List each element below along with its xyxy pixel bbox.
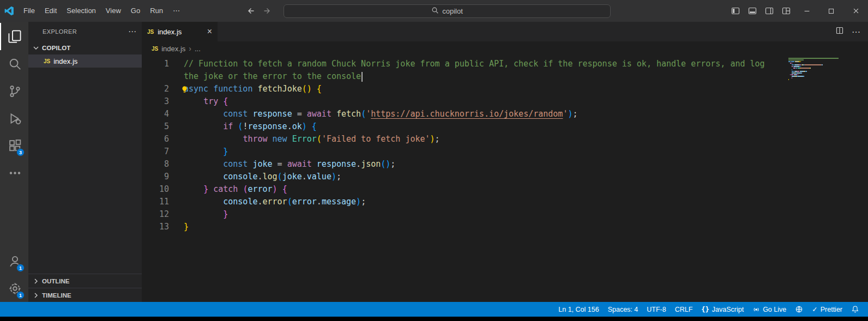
code-line[interactable]: 13}	[142, 221, 868, 233]
code-lines[interactable]: 1// Function to fetch a random Chuck Nor…	[142, 58, 868, 233]
code-line[interactable]: 2async function fetchJoke() {	[142, 83, 868, 95]
split-editor-icon[interactable]	[835, 26, 844, 37]
tab-indexjs[interactable]: JS index.js ×	[142, 22, 218, 41]
chevron-right-icon	[32, 277, 40, 286]
encoding-setting[interactable]: UTF-8	[642, 302, 670, 317]
more-views-icon[interactable]	[0, 159, 28, 186]
extensions-icon[interactable]: 3	[0, 132, 28, 159]
line-text: console.log(joke.value);	[169, 171, 341, 183]
code-line[interactable]: 10 } catch (error) {	[142, 183, 868, 196]
code-line[interactable]: 5 if (!response.ok) {	[142, 120, 868, 133]
forward-arrow-icon[interactable]	[263, 7, 272, 15]
editor-actions: ⋯	[835, 22, 868, 41]
code-token: .	[317, 197, 322, 207]
menu-more[interactable]: ⋯	[168, 4, 185, 18]
code-token	[208, 184, 213, 194]
line-text: }	[169, 221, 189, 233]
source-control-icon[interactable]	[0, 77, 28, 105]
breadcrumb-symbol[interactable]: ...	[195, 45, 201, 53]
code-token: ;	[361, 197, 366, 207]
js-file-icon: JS	[147, 29, 154, 35]
file-item-indexjs[interactable]: JS index.js	[28, 54, 142, 68]
code-token: value	[307, 172, 331, 181]
menu-run[interactable]: Run	[145, 4, 168, 18]
menu-selection[interactable]: Selection	[62, 4, 100, 18]
code-token: ok	[292, 122, 302, 131]
language-mode[interactable]: {} JavaScript	[697, 302, 748, 317]
explorer-icon[interactable]	[0, 23, 28, 50]
outline-pane-header[interactable]: OUTLINE	[28, 274, 142, 288]
code-line[interactable]: 3 try {	[142, 95, 868, 108]
code-line[interactable]: 4 const response = await fetch('https://…	[142, 108, 868, 120]
settings-gear-icon[interactable]: 1	[0, 275, 28, 302]
folder-section-copilot[interactable]: COPILOT	[28, 41, 142, 54]
minimize-button[interactable]	[794, 0, 819, 22]
line-number: 9	[142, 171, 169, 183]
code-token: message	[322, 197, 356, 207]
accounts-icon[interactable]: 1	[0, 247, 28, 275]
tab-close-icon[interactable]: ×	[207, 27, 212, 36]
toggle-secondary-sidebar-icon[interactable]	[761, 0, 777, 22]
minimap-line	[788, 74, 841, 75]
code-token	[184, 209, 223, 219]
code-token: }	[184, 222, 189, 232]
indentation-setting[interactable]: Spaces: 4	[604, 302, 643, 317]
line-number: 5	[142, 120, 169, 133]
code-line[interactable]: 12 }	[142, 208, 868, 221]
back-arrow-icon[interactable]	[246, 7, 255, 15]
code-line[interactable]: 11 console.error(error.message);	[142, 196, 868, 208]
editor-more-actions-icon[interactable]: ⋯	[852, 27, 860, 37]
line-number: 4	[142, 108, 169, 120]
close-window-button[interactable]	[843, 0, 868, 22]
notifications-bell-icon[interactable]	[847, 302, 864, 317]
line-text: if (!response.ok) {	[169, 120, 317, 133]
search-sidebar-icon[interactable]	[0, 50, 28, 77]
code-token: await	[307, 109, 331, 119]
line-text: try {	[169, 95, 228, 108]
menu-edit[interactable]: Edit	[40, 4, 62, 18]
code-token: joke	[252, 159, 272, 169]
tab-bar: JS index.js × ⋯	[142, 22, 868, 41]
code-token: function	[213, 84, 252, 94]
titlebar-right-controls	[727, 0, 868, 22]
timeline-pane-header[interactable]: TIMELINE	[28, 288, 142, 302]
code-token	[208, 84, 213, 94]
code-line[interactable]: the joke or the error to the console	[142, 70, 868, 83]
code-token: )	[302, 122, 307, 131]
code-token: }	[223, 209, 228, 219]
browser-preview-button[interactable]	[791, 302, 807, 317]
code-token: response	[317, 159, 356, 169]
maximize-button[interactable]	[819, 0, 843, 22]
menu-view[interactable]: View	[101, 4, 126, 18]
code-token: )	[356, 197, 361, 207]
run-debug-icon[interactable]	[0, 105, 28, 132]
code-token: throw	[243, 134, 267, 144]
minimap-line	[788, 76, 841, 77]
prettier-status[interactable]: ✓ Prettier	[807, 302, 847, 317]
cursor-position[interactable]: Ln 1, Col 156	[554, 302, 603, 317]
menu-go[interactable]: Go	[126, 4, 145, 18]
command-center-search[interactable]: copilot	[284, 4, 611, 18]
code-line[interactable]: 9 console.log(joke.value);	[142, 171, 868, 183]
code-line[interactable]: 6 throw new Error('Failed to fetch joke'…	[142, 133, 868, 146]
breadcrumb[interactable]: JS index.js › ...	[142, 41, 868, 56]
line-text: the joke or the error to the console	[169, 70, 363, 83]
toggle-sidebar-icon[interactable]	[727, 0, 744, 22]
code-line[interactable]: 7 }	[142, 146, 868, 158]
code-line[interactable]: 1// Function to fetch a random Chuck Nor…	[142, 58, 868, 70]
menu-file[interactable]: File	[19, 4, 40, 18]
customize-layout-icon[interactable]	[777, 0, 794, 22]
code-token: '	[366, 109, 371, 119]
breadcrumb-file[interactable]: index.js	[161, 45, 185, 53]
code-token: // Function to fetch a random Chuck Norr…	[184, 59, 765, 69]
minimap-line	[788, 64, 841, 65]
eol-setting[interactable]: CRLF	[671, 302, 697, 317]
toggle-panel-icon[interactable]	[744, 0, 761, 22]
code-line[interactable]: 8 const joke = await response.json();	[142, 158, 868, 171]
minimap[interactable]	[788, 58, 841, 302]
vscode-window: File Edit Selection View Go Run ⋯ copilo…	[0, 0, 868, 317]
code-action-lightbulb-icon[interactable]	[180, 85, 189, 98]
explorer-more-actions-icon[interactable]: ⋯	[128, 27, 136, 37]
code-token	[312, 159, 317, 169]
go-live-button[interactable]: Go Live	[748, 302, 791, 317]
